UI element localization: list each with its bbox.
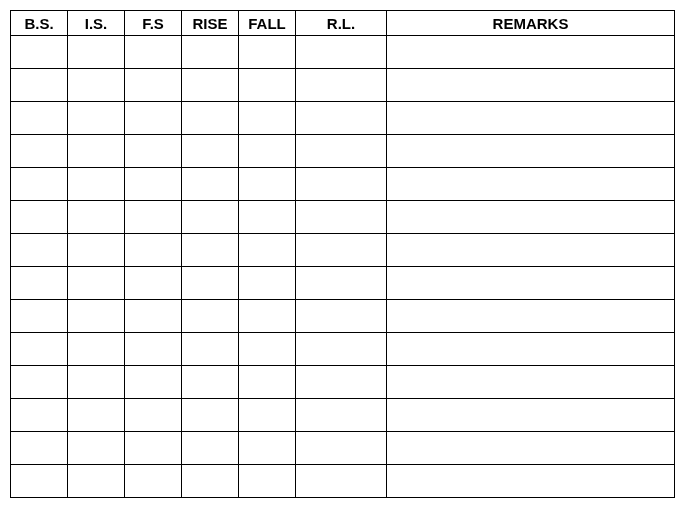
cell-remarks	[387, 399, 675, 432]
cell-remarks	[387, 366, 675, 399]
cell-rise	[182, 234, 239, 267]
cell-is	[68, 300, 125, 333]
cell-remarks	[387, 135, 675, 168]
cell-bs	[11, 69, 68, 102]
cell-fs	[125, 465, 182, 498]
table-row	[11, 168, 675, 201]
cell-fall	[239, 432, 296, 465]
cell-fall	[239, 69, 296, 102]
cell-is	[68, 135, 125, 168]
cell-remarks	[387, 234, 675, 267]
cell-rise	[182, 168, 239, 201]
cell-rl	[296, 201, 387, 234]
cell-rl	[296, 168, 387, 201]
cell-rise	[182, 267, 239, 300]
cell-fs	[125, 102, 182, 135]
cell-rise	[182, 465, 239, 498]
cell-is	[68, 234, 125, 267]
cell-rise	[182, 69, 239, 102]
table-row	[11, 102, 675, 135]
cell-fs	[125, 168, 182, 201]
table-header-row: B.S. I.S. F.S RISE FALL R.L. REMARKS	[11, 11, 675, 36]
table-row	[11, 465, 675, 498]
cell-fs	[125, 399, 182, 432]
cell-rl	[296, 399, 387, 432]
cell-fall	[239, 234, 296, 267]
header-fs: F.S	[125, 11, 182, 36]
cell-is	[68, 69, 125, 102]
cell-fs	[125, 201, 182, 234]
cell-bs	[11, 135, 68, 168]
table-row	[11, 36, 675, 69]
cell-fall	[239, 399, 296, 432]
cell-is	[68, 465, 125, 498]
cell-is	[68, 432, 125, 465]
table-row	[11, 432, 675, 465]
table-row	[11, 399, 675, 432]
cell-fall	[239, 366, 296, 399]
cell-rise	[182, 399, 239, 432]
cell-is	[68, 102, 125, 135]
header-bs: B.S.	[11, 11, 68, 36]
header-is: I.S.	[68, 11, 125, 36]
cell-bs	[11, 168, 68, 201]
cell-is	[68, 36, 125, 69]
cell-rl	[296, 333, 387, 366]
cell-bs	[11, 432, 68, 465]
cell-rl	[296, 135, 387, 168]
cell-bs	[11, 333, 68, 366]
cell-rl	[296, 102, 387, 135]
cell-remarks	[387, 432, 675, 465]
level-book-table: B.S. I.S. F.S RISE FALL R.L. REMARKS	[10, 10, 675, 498]
cell-bs	[11, 366, 68, 399]
cell-bs	[11, 267, 68, 300]
cell-rl	[296, 432, 387, 465]
header-rise: RISE	[182, 11, 239, 36]
cell-remarks	[387, 168, 675, 201]
cell-remarks	[387, 36, 675, 69]
table-row	[11, 234, 675, 267]
cell-fs	[125, 135, 182, 168]
table-row	[11, 333, 675, 366]
cell-fs	[125, 36, 182, 69]
cell-remarks	[387, 465, 675, 498]
cell-fall	[239, 102, 296, 135]
cell-rise	[182, 135, 239, 168]
cell-rise	[182, 333, 239, 366]
cell-rl	[296, 234, 387, 267]
cell-bs	[11, 102, 68, 135]
cell-remarks	[387, 201, 675, 234]
cell-rl	[296, 267, 387, 300]
cell-fall	[239, 300, 296, 333]
cell-rl	[296, 69, 387, 102]
table-row	[11, 69, 675, 102]
cell-bs	[11, 300, 68, 333]
cell-is	[68, 201, 125, 234]
cell-fall	[239, 168, 296, 201]
cell-bs	[11, 36, 68, 69]
cell-fall	[239, 36, 296, 69]
cell-fs	[125, 69, 182, 102]
cell-bs	[11, 201, 68, 234]
cell-rl	[296, 36, 387, 69]
header-rl: R.L.	[296, 11, 387, 36]
table-row	[11, 201, 675, 234]
cell-is	[68, 366, 125, 399]
cell-bs	[11, 234, 68, 267]
cell-is	[68, 399, 125, 432]
cell-bs	[11, 465, 68, 498]
cell-rise	[182, 366, 239, 399]
cell-rl	[296, 465, 387, 498]
cell-is	[68, 267, 125, 300]
cell-fs	[125, 267, 182, 300]
cell-fall	[239, 135, 296, 168]
cell-fall	[239, 333, 296, 366]
cell-rl	[296, 366, 387, 399]
table-row	[11, 267, 675, 300]
cell-fs	[125, 234, 182, 267]
header-remarks: REMARKS	[387, 11, 675, 36]
table-row	[11, 300, 675, 333]
table-row	[11, 366, 675, 399]
cell-bs	[11, 399, 68, 432]
cell-is	[68, 168, 125, 201]
